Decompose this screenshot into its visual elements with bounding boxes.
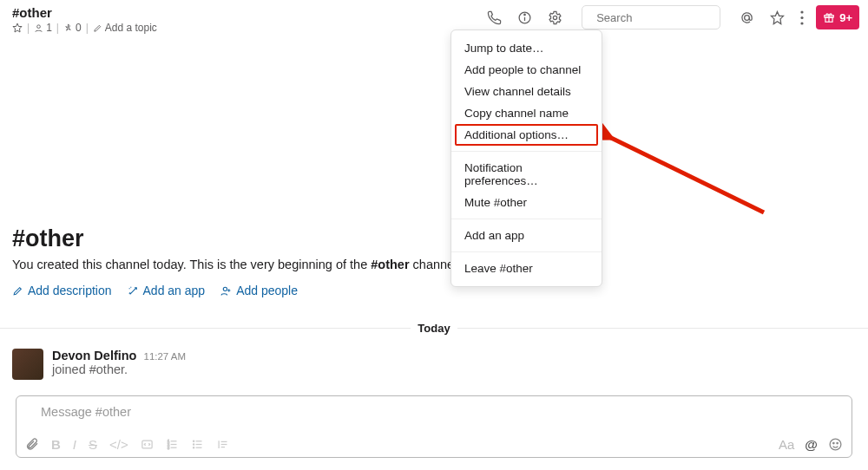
message-author[interactable]: Devon Delfino — [52, 349, 136, 362]
wand-icon — [128, 285, 139, 297]
pins[interactable]: 0 — [63, 22, 82, 34]
divider-line — [0, 328, 411, 329]
svg-text:3: 3 — [168, 446, 169, 449]
star-outline-icon[interactable] — [766, 7, 788, 29]
gift-count: 9+ — [839, 11, 852, 24]
date-divider: Today — [0, 322, 868, 335]
add-people-label: Add people — [236, 284, 298, 297]
svg-point-29 — [193, 443, 194, 444]
menu-additional-options[interactable]: Additional options… — [455, 124, 598, 146]
svg-point-5 — [554, 16, 557, 19]
channel-meta: | 1 | 0 | Add a topic — [12, 22, 483, 34]
search-input[interactable] — [595, 10, 744, 25]
svg-marker-9 — [772, 11, 784, 23]
svg-point-1 — [37, 24, 41, 28]
info-icon[interactable] — [514, 7, 536, 29]
header-left: #other | 1 | 0 | Add a topic — [12, 5, 483, 34]
channel-title[interactable]: #other — [12, 5, 483, 20]
message-header: Devon Delfino 11:27 AM — [52, 349, 186, 362]
add-topic[interactable]: Add a topic — [93, 22, 157, 34]
menu-separator — [451, 219, 602, 219]
menu-separator — [451, 151, 602, 152]
menu-view-details[interactable]: View channel details — [451, 81, 602, 102]
menu-leave[interactable]: Leave #other — [451, 258, 602, 279]
svg-point-4 — [524, 14, 525, 15]
avatar[interactable] — [12, 349, 43, 380]
channel-header: #other | 1 | 0 | Add a topic — [0, 0, 868, 38]
pencil-icon — [12, 285, 23, 297]
composer-input[interactable]: Message #other — [16, 396, 852, 431]
svg-point-37 — [837, 442, 838, 443]
italic-icon[interactable]: I — [73, 437, 76, 452]
message-row: Devon Delfino 11:27 AM joined #other. — [0, 343, 868, 385]
menu-add-people[interactable]: Add people to channel — [451, 59, 602, 81]
phone-icon[interactable] — [483, 7, 505, 29]
svg-point-35 — [830, 439, 841, 450]
code-icon[interactable]: </> — [109, 437, 128, 452]
message-text: joined #other. — [52, 362, 186, 376]
add-description-link[interactable]: Add description — [12, 284, 112, 297]
message-time: 11:27 AM — [143, 351, 186, 362]
add-people-link[interactable]: Add people — [220, 284, 298, 297]
divider-label: Today — [411, 322, 457, 335]
svg-point-28 — [193, 441, 194, 441]
gear-icon[interactable] — [544, 7, 566, 29]
strike-icon[interactable]: S — [89, 437, 97, 452]
settings-dropdown: Jump to date… Add people to channel View… — [450, 29, 602, 287]
add-topic-label: Add a topic — [105, 22, 157, 34]
ol-icon[interactable]: 123 — [166, 438, 179, 451]
menu-mute[interactable]: Mute #other — [451, 192, 602, 213]
more-icon[interactable] — [797, 7, 807, 29]
search-box[interactable] — [582, 5, 720, 29]
message-body: Devon Delfino 11:27 AM joined #other. — [52, 349, 186, 380]
meta-sep: | — [56, 22, 59, 34]
font-icon[interactable]: Aa — [779, 437, 794, 452]
quote-icon[interactable] — [216, 438, 229, 451]
svg-point-36 — [833, 442, 834, 443]
composer-toolbar: B I S </> 123 Aa @ — [16, 431, 852, 457]
mention-icon[interactable]: @ — [805, 437, 818, 452]
pin-count: 0 — [76, 22, 82, 34]
star-icon[interactable] — [12, 23, 23, 33]
attach-icon[interactable] — [25, 437, 39, 451]
meta-sep: | — [86, 22, 89, 34]
intro-text-channel: #other — [371, 258, 409, 271]
main-area: #other You created this channel today. T… — [0, 38, 868, 385]
member-count: 1 — [46, 22, 52, 34]
svg-point-30 — [193, 447, 194, 447]
add-app-link[interactable]: Add an app — [128, 284, 206, 297]
meta-sep: | — [27, 22, 30, 34]
codeblock-icon[interactable] — [141, 438, 154, 451]
menu-add-app[interactable]: Add an app — [451, 225, 602, 246]
emoji-icon[interactable] — [828, 437, 843, 452]
intro-text: You created this channel today. This is … — [12, 258, 856, 271]
add-app-label: Add an app — [143, 284, 206, 297]
menu-copy-name[interactable]: Copy channel name — [451, 102, 602, 124]
gift-badge[interactable]: 9+ — [816, 5, 859, 29]
menu-notifications[interactable]: Notification preferences… — [451, 157, 602, 192]
intro-title: #other — [12, 225, 856, 252]
intro-text-prefix: You created this channel today. This is … — [12, 258, 371, 271]
svg-point-10 — [801, 10, 804, 13]
svg-point-17 — [223, 287, 227, 290]
svg-point-12 — [801, 22, 804, 24]
message-composer[interactable]: Message #other B I S </> 123 Aa — [16, 395, 852, 458]
menu-separator — [451, 251, 602, 252]
add-description-label: Add description — [28, 284, 112, 297]
bold-icon[interactable]: B — [51, 437, 61, 452]
gift-icon — [823, 11, 835, 23]
menu-jump-to-date[interactable]: Jump to date… — [451, 37, 602, 59]
svg-marker-0 — [13, 23, 22, 32]
at-icon[interactable] — [736, 7, 758, 29]
divider-line — [457, 328, 868, 329]
person-plus-icon — [220, 285, 232, 297]
svg-point-8 — [745, 15, 750, 20]
channel-intro: #other You created this channel today. T… — [0, 225, 868, 297]
svg-point-11 — [801, 16, 804, 18]
ul-icon[interactable] — [191, 438, 204, 451]
members[interactable]: 1 — [34, 22, 52, 34]
header-right: 9+ — [483, 5, 859, 29]
intro-links: Add description Add an app Add people — [12, 284, 856, 297]
